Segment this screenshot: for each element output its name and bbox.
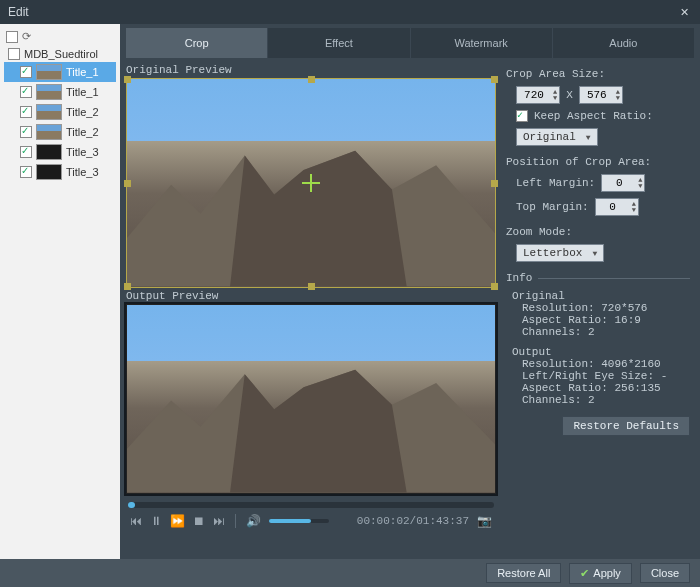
crop-height-stepper[interactable]: ▲▼ [579,86,623,104]
root-label: MDB_Suedtirol [24,48,98,60]
thumbnail [36,164,62,180]
sidebar-item[interactable]: Title_1 [4,82,116,102]
keep-aspect-checkbox[interactable]: Keep Aspect Ratio: [516,110,653,122]
volume-slider[interactable] [269,519,329,523]
original-preview-label: Original Preview [126,64,496,76]
mountain-graphic [127,361,495,493]
sidebar-item[interactable]: Title_1 [4,62,116,82]
x-label: X [566,89,573,101]
svg-marker-1 [230,151,407,287]
snapshot-icon[interactable]: 📷 [477,514,492,528]
item-checkbox[interactable] [20,106,32,118]
zoom-mode-label: Zoom Mode: [506,226,690,238]
fastfwd-icon[interactable]: ⏩ [170,514,185,528]
sidebar-item[interactable]: Title_3 [4,162,116,182]
item-label: Title_2 [66,106,99,118]
crop-handle-tr[interactable] [491,76,498,83]
item-label: Title_3 [66,146,99,158]
restore-all-button[interactable]: Restore All [486,563,561,583]
tabs: CropEffectWatermarkAudio [126,28,694,58]
item-checkbox[interactable] [20,126,32,138]
top-margin-input[interactable] [596,199,630,215]
time-display: 00:00:02/01:43:37 [357,515,469,527]
out-channels: 2 [588,394,595,406]
item-label: Title_1 [66,86,99,98]
select-all-checkbox[interactable] [6,31,18,43]
next-icon[interactable]: ⏭ [213,514,225,528]
check-icon: ✔ [580,567,589,580]
item-checkbox[interactable] [20,146,32,158]
item-checkbox[interactable] [20,166,32,178]
thumbnail [36,144,62,160]
orig-resolution: 720*576 [601,302,647,314]
left-margin-label: Left Margin: [516,177,595,189]
crop-handle-b[interactable] [308,283,315,290]
original-preview[interactable] [126,78,496,288]
item-label: Title_1 [66,66,99,78]
top-margin-stepper[interactable]: ▲▼ [595,198,639,216]
crop-handle-r[interactable] [491,180,498,187]
zoom-mode-select[interactable]: Letterbox▼ [516,244,604,262]
orig-aspect: 16:9 [614,314,640,326]
prev-icon[interactable]: ⏮ [130,514,142,528]
tab-audio[interactable]: Audio [553,28,694,58]
info-original-heading: Original [512,290,690,302]
crop-height-input[interactable] [580,87,614,103]
close-icon[interactable]: ✕ [676,4,692,20]
keep-aspect-label: Keep Aspect Ratio: [534,110,653,122]
output-preview [126,304,496,494]
crop-center-crosshair[interactable] [302,174,320,192]
restore-defaults-button[interactable]: Restore Defaults [562,416,690,436]
pause-icon[interactable]: ⏸ [150,514,162,528]
thumbnail [36,124,62,140]
crop-handle-t[interactable] [308,76,315,83]
out-resolution: 4096*2160 [601,358,660,370]
crop-position-label: Position of Crop Area: [506,156,690,168]
crop-handle-br[interactable] [491,283,498,290]
info-section-label: Info [506,272,532,284]
left-margin-input[interactable] [602,175,636,191]
footer: Restore All ✔Apply Close [0,559,700,587]
tab-effect[interactable]: Effect [268,28,410,58]
out-lr: - [661,370,668,382]
root-checkbox[interactable] [8,48,20,60]
crop-width-stepper[interactable]: ▲▼ [516,86,560,104]
crop-width-input[interactable] [517,87,551,103]
crop-handle-bl[interactable] [124,283,131,290]
reload-icon[interactable]: ⟳ [22,30,36,44]
sidebar-item[interactable]: Title_2 [4,102,116,122]
info-output-heading: Output [512,346,690,358]
item-checkbox[interactable] [20,66,32,78]
item-checkbox[interactable] [20,86,32,98]
top-margin-label: Top Margin: [516,201,589,213]
crop-handle-l[interactable] [124,180,131,187]
orig-channels: 2 [588,326,595,338]
volume-icon[interactable]: 🔊 [246,514,261,528]
sidebar-item[interactable]: Title_2 [4,122,116,142]
sidebar-item[interactable]: Title_3 [4,142,116,162]
stop-icon[interactable]: ⏹ [193,514,205,528]
crop-size-label: Crop Area Size: [506,68,690,80]
tab-crop[interactable]: Crop [126,28,268,58]
output-preview-label: Output Preview [126,290,496,302]
apply-button[interactable]: ✔Apply [569,563,632,584]
separator [235,514,236,528]
titlebar: Edit ✕ [0,0,700,24]
aspect-preset-select[interactable]: Original▼ [516,128,598,146]
item-label: Title_3 [66,166,99,178]
tab-watermark[interactable]: Watermark [411,28,553,58]
svg-marker-3 [230,370,407,493]
mountain-graphic [127,141,495,287]
thumbnail [36,64,62,80]
left-margin-stepper[interactable]: ▲▼ [601,174,645,192]
progress-slider[interactable] [128,502,494,508]
sidebar: ⟳ MDB_Suedtirol Title_1Title_1Title_2Tit… [0,24,120,559]
playback-bar: ⏮ ⏸ ⏩ ⏹ ⏭ 🔊 00:00:02/01:43:37 📷 [126,498,496,530]
out-aspect: 256:135 [614,382,660,394]
tree-root[interactable]: MDB_Suedtirol [4,46,116,62]
thumbnail [36,84,62,100]
close-button[interactable]: Close [640,563,690,583]
window-title: Edit [8,5,676,19]
crop-handle-tl[interactable] [124,76,131,83]
settings-panel: Crop Area Size: ▲▼ X ▲▼ Keep Aspect Rati… [502,62,694,555]
